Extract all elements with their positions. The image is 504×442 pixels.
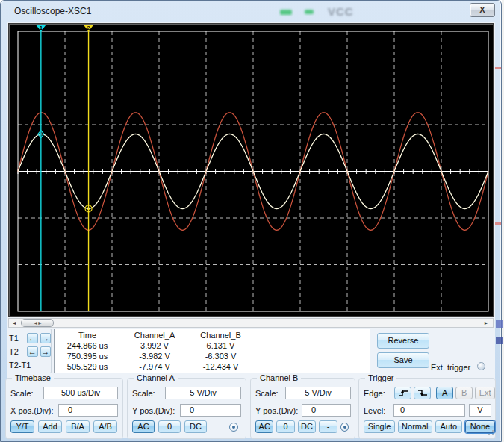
trigger-single-button[interactable]: Single — [364, 420, 395, 433]
scroll-right-icon[interactable]: ► — [481, 319, 491, 327]
cursor-control-panel: T1 ← → T2 ← → T2-T1 — [4, 329, 52, 373]
background-artifact — [496, 337, 503, 344]
timebase-xpos-field[interactable]: 0 — [58, 404, 118, 417]
background-artifact — [495, 67, 501, 69]
channel-a-ac-button[interactable]: AC — [132, 420, 155, 433]
resize-grip[interactable] — [485, 426, 495, 437]
t2-left-arrow-button[interactable]: ← — [27, 346, 37, 357]
yt-mode-button[interactable]: Y/T — [10, 420, 34, 433]
readout-column-header: Channel_B — [189, 331, 252, 341]
t2-right-arrow-button[interactable]: → — [40, 346, 51, 357]
t2-label: T2 — [9, 347, 25, 356]
trigger-legend: Trigger — [365, 373, 396, 382]
scope-display: 12 — [8, 23, 494, 317]
channel-b-scale-label: Scale: — [255, 389, 285, 398]
channel-a-group: Channel A Scale: 5 V/Div Y pos.(Div): 0 … — [127, 378, 246, 439]
channel-a-legend: Channel A — [134, 373, 178, 382]
close-button[interactable]: X — [470, 3, 495, 17]
channel-b-ypos-label: Y pos.(Div): — [255, 406, 302, 415]
background-component-blur — [305, 10, 314, 14]
trigger-source-a-button[interactable]: A — [436, 387, 453, 399]
waveform-plot: 12 — [9, 24, 493, 316]
channel-a-zero-button[interactable]: 0 — [158, 420, 181, 433]
channel-a-ypos-field[interactable]: 0 — [180, 404, 241, 417]
window-title: Oscilloscope-XSC1 — [14, 6, 91, 16]
trigger-edge-label: Edge: — [364, 389, 392, 398]
ba-mode-button[interactable]: B/A — [66, 420, 90, 433]
add-mode-button[interactable]: Add — [38, 420, 62, 433]
background-artifact — [496, 320, 503, 328]
readout-cell: -12.434 V — [189, 362, 252, 373]
trigger-source-ext-button[interactable]: Ext — [475, 387, 495, 399]
channel-a-scale-label: Scale: — [132, 389, 165, 398]
trigger-group: Trigger Edge: A B Ext Level: 0 V Single … — [358, 378, 496, 439]
ab-mode-button[interactable]: A/B — [93, 420, 117, 433]
timebase-group: Timebase Scale: 500 us/Div X pos.(Div): … — [5, 378, 123, 439]
timebase-xpos-label: X pos.(Div): — [10, 406, 58, 415]
readout-cell: 6.131 V — [189, 341, 252, 352]
timebase-legend: Timebase — [12, 373, 54, 382]
readout-cell: -3.982 V — [120, 352, 189, 362]
timebase-scale-label: Scale: — [10, 389, 43, 398]
readout-column-header: Time — [55, 331, 120, 341]
t1-label: T1 — [9, 334, 25, 343]
channel-a-dc-button[interactable]: DC — [184, 420, 207, 433]
t1-right-arrow-button[interactable]: → — [40, 333, 51, 343]
oscilloscope-window: VCC Oscilloscope-XSC1 X 12 ◄ ◄► ► T1 ← →… — [0, 0, 502, 442]
channel-a-ypos-label: Y pos.(Div): — [132, 406, 180, 415]
falling-edge-icon[interactable] — [414, 387, 431, 399]
background-component-blur — [280, 10, 292, 15]
background-vcc-label: VCC — [328, 5, 354, 18]
trigger-level-label: Level: — [364, 406, 393, 415]
readout-cell: -6.303 V — [189, 352, 252, 362]
titlebar[interactable]: VCC Oscilloscope-XSC1 X — [1, 1, 503, 22]
channel-b-ac-button[interactable]: AC — [255, 420, 273, 433]
background-artifact — [495, 222, 501, 225]
t2-t1-label: T2-T1 — [9, 361, 31, 370]
trigger-auto-button[interactable]: Auto — [435, 420, 462, 433]
t1-left-arrow-button[interactable]: ← — [27, 333, 37, 343]
horizontal-scrollbar[interactable]: ◄ ◄► ► — [8, 318, 494, 328]
readout-cell: 3.992 V — [120, 341, 189, 352]
trigger-level-field[interactable]: 0 — [393, 404, 465, 417]
channel-b-group: Channel B Scale: 5 V/Div Y pos.(Div): 0 … — [250, 378, 355, 439]
svg-text:2: 2 — [87, 25, 90, 31]
readout-column-header: Channel_A — [120, 331, 189, 341]
channel-a-scale-field[interactable]: 5 V/Div — [165, 387, 241, 399]
scrollbar-thumb[interactable]: ◄► — [21, 319, 54, 327]
channel-b-zero-button[interactable]: 0 — [276, 420, 294, 433]
channel-b-ypos-field[interactable]: 0 — [302, 404, 351, 417]
measurement-readout: Time Channel_A Channel_B 244.866 us 3.99… — [54, 329, 370, 373]
rising-edge-icon[interactable] — [394, 387, 411, 399]
channel-a-input-indicator-icon[interactable] — [229, 423, 238, 432]
channel-b-legend: Channel B — [257, 373, 301, 382]
readout-cell: -7.974 V — [120, 362, 189, 373]
reverse-button[interactable]: Reverse — [377, 333, 429, 349]
readout-cell: 244.866 us — [55, 341, 120, 352]
save-button[interactable]: Save — [377, 352, 429, 368]
readout-cell: 505.529 us — [55, 362, 120, 373]
readout-cell: 750.395 us — [55, 352, 120, 362]
trigger-level-unit: V — [469, 404, 491, 417]
trigger-source-b-button[interactable]: B — [455, 387, 473, 399]
ext-trigger-label: Ext. trigger — [431, 363, 470, 372]
channel-b-scale-field[interactable]: 5 V/Div — [285, 387, 351, 399]
timebase-scale-field[interactable]: 500 us/Div — [43, 387, 118, 399]
svg-text:1: 1 — [40, 25, 43, 31]
channel-b-dc-button[interactable]: DC — [298, 420, 316, 433]
channel-b-minus-button[interactable]: - — [319, 420, 337, 433]
ext-trigger-indicator-icon[interactable] — [477, 362, 485, 370]
trigger-normal-button[interactable]: Normal — [398, 420, 432, 433]
channel-b-input-indicator-icon[interactable] — [340, 423, 349, 432]
scroll-left-icon[interactable]: ◄ — [9, 319, 19, 327]
